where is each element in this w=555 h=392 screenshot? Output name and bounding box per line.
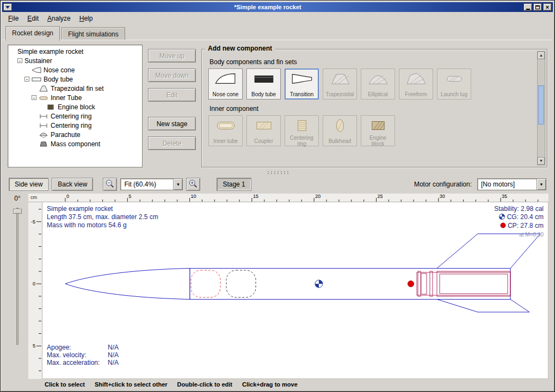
tree-item-simple-example-rocket[interactable]: Simple example rocket [8,47,142,56]
add-engine-block-button[interactable]: Engine block [361,115,395,146]
new-stage-button[interactable]: New stage [148,117,196,130]
menu-analyze[interactable]: Analyze [44,13,75,24]
add-component-panel: Add new component Body components and fi… [201,49,547,167]
svg-text:-5: -5 [31,219,35,225]
tab-rocket-design[interactable]: Rocket design [5,26,60,41]
cp-value: 27.8 cm [520,222,544,229]
scroll-up-icon[interactable]: ▲ [538,52,545,59]
panel-splitter[interactable] [2,170,553,175]
centeringring-icon [39,122,48,129]
rotation-slider[interactable] [16,208,18,345]
move-up-button[interactable]: Move up [148,49,196,63]
tree-item-label: Mass component [51,140,100,148]
rocket-mass: Mass with no motors 54.6 g [47,221,158,229]
minimize-icon [526,9,530,10]
tree-item-trapezoidal-fin-set[interactable]: Trapezoidal fin set [8,84,142,93]
tree-item-inner-tube[interactable]: -Inner Tube [8,93,142,102]
magnifier-plus-icon [188,179,198,190]
menu-file[interactable]: File [4,13,22,24]
chevron-down-icon[interactable]: ▼ [173,179,182,190]
motor-configuration-select[interactable]: [No motors] ▼ [477,178,546,190]
add-freeform-button[interactable]: Freeform [399,69,433,99]
tree-item-label: Centering ring [51,113,91,120]
svg-text:0: 0 [33,281,35,287]
stability-info: Stability: 2.98 cal CG: 20.4 cm CP: 27.8… [494,205,544,239]
add-body-tube-button[interactable]: Body tube [246,69,281,99]
nose-cone-outline[interactable] [65,269,190,300]
tab-bar: Rocket designFlight simulations [2,25,553,40]
scroll-down-icon[interactable]: ▼ [538,157,545,165]
design-canvas[interactable]: Simple example rocket Length 37.5 cm, ma… [42,202,548,379]
zoom-in-button[interactable] [186,178,200,191]
zoom-out-button[interactable] [103,178,117,191]
tree-expander-icon[interactable]: - [32,95,36,100]
maximize-icon [535,5,540,9]
edit-button[interactable]: Edit [148,88,196,102]
cp-legend-icon [500,222,506,231]
scrollbar-thumb[interactable] [538,85,544,125]
ruler-unit: cm [28,194,42,202]
add-launch-lug-button[interactable]: Launch lug [437,69,471,99]
tab-flight-simulations[interactable]: Flight simulations [61,27,125,40]
menu-edit[interactable]: Edit [23,13,42,24]
flight-data-label: Max. velocity: [47,351,108,359]
tree-item-sustainer[interactable]: -Sustainer [8,56,142,65]
move-down-button[interactable]: Move down [148,69,196,82]
window-menu-icon[interactable] [3,3,12,11]
tree-expander-icon[interactable]: - [24,77,29,82]
tree-item-centering-ring[interactable]: Centering ring [8,121,142,130]
vertical-ruler: -505 [28,202,42,379]
tree-item-parachute[interactable]: Parachute [8,130,142,139]
finset-icon [39,85,48,92]
flight-data-value: N/A [108,351,119,359]
component-tree[interactable]: Simple example rocket-SustainerNose cone… [8,45,143,167]
cg-value: 20.4 cm [520,213,544,221]
maximize-button[interactable] [533,3,542,11]
add-elliptical-button[interactable]: Elliptical [361,69,395,99]
tree-item-nose-cone[interactable]: Nose cone [8,65,142,74]
delete-button[interactable]: Delete [148,136,196,150]
application-window: *Simple example rocket × FileEditAnalyze… [0,0,555,392]
close-button[interactable]: × [543,3,552,11]
lower-fin-outline[interactable] [437,300,529,313]
minimize-button[interactable] [523,3,532,11]
tree-item-body-tube[interactable]: -Body tube [8,74,142,84]
tree-item-label: Simple example rocket [17,48,83,55]
component-button-label: Elliptical [368,91,388,97]
add-bulkhead-button[interactable]: Bulkhead [323,115,357,146]
tree-item-mass-component[interactable]: Mass component [8,139,142,148]
motor-configuration-value: [No motors] [478,179,536,190]
body-tube-outline[interactable] [190,269,510,300]
add-coupler-button[interactable]: Coupler [246,115,281,146]
rotation-slider-thumb[interactable] [13,209,22,214]
add-inner-tube-button[interactable]: Inner tube [208,115,243,146]
svg-text:10: 10 [191,194,196,199]
add-transition-button[interactable]: Transition [285,69,319,99]
innertube-icon [39,95,48,101]
zoom-select[interactable]: Fit (60.4%) ▼ [120,178,183,190]
add-centering-ring-button[interactable]: Centering ring [285,115,319,146]
cp-label: CP: [508,222,519,229]
svg-text:5: 5 [33,343,35,349]
back-view-button[interactable]: Back view [52,178,93,191]
flight-data-row: Max. velocity:N/A [47,351,119,359]
title-bar: *Simple example rocket × [2,2,553,12]
add-trapezoidal-button[interactable]: Trapezoidal [323,69,357,99]
tree-item-engine-block[interactable]: Engine block [8,102,142,111]
chevron-down-icon[interactable]: ▼ [536,179,546,190]
add-nose-cone-button[interactable]: Nose cone [208,69,243,99]
cg-label: CG: [507,213,519,221]
close-icon: × [546,4,549,10]
parachute-icon [39,132,48,138]
menu-help[interactable]: Help [76,13,97,24]
component-button-label: Freeform [405,91,427,97]
tree-item-centering-ring[interactable]: Centering ring [8,111,142,121]
component-scrollbar[interactable]: ▲ ▼ [537,51,545,165]
stage-1-toggle[interactable]: Stage 1 [217,178,251,191]
tree-expander-icon[interactable]: - [17,58,22,63]
upper-fin-outline[interactable] [437,234,540,269]
side-view-button[interactable]: Side view [9,178,48,191]
svg-text:35: 35 [502,194,507,199]
add-component-title: Add new component [205,45,275,52]
view-toolbar: Side view Back view Fit (60.4%) ▼ Stage … [2,175,553,194]
